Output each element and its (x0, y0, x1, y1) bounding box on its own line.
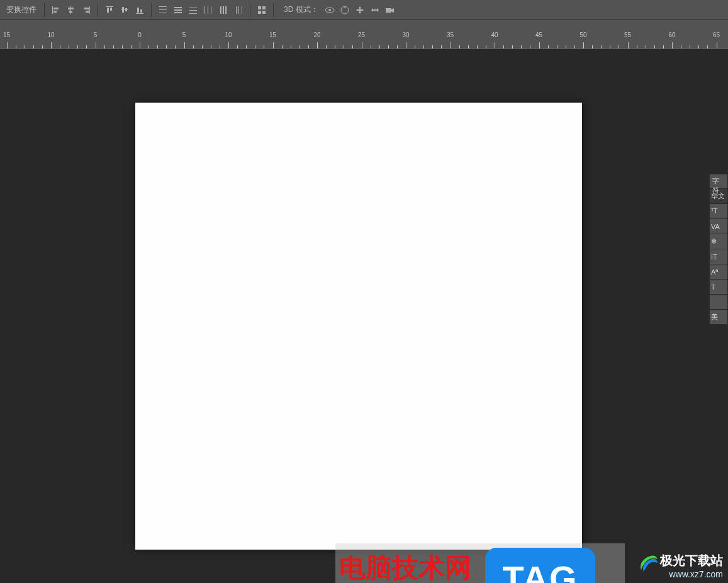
ruler-number: 15 (3, 31, 10, 38)
svg-rect-5 (69, 11, 72, 13)
svg-rect-34 (238, 6, 239, 14)
align-horizontal-centers-icon[interactable] (64, 3, 79, 18)
ruler-tick-minor (637, 45, 637, 48)
ruler-tick-minor (707, 45, 708, 48)
scale-field[interactable]: ✻ (710, 234, 727, 249)
ruler-tick-minor (530, 45, 530, 48)
language-field[interactable]: 美 (710, 309, 727, 324)
distribute-vertical-centers-icon[interactable] (171, 3, 186, 18)
ruler-tick-minor (566, 45, 566, 48)
character-panel[interactable]: 字符 华文 ᵀT VA ✻ IT Aª T 美 (709, 174, 728, 325)
distribute-horizontal-centers-icon[interactable] (216, 3, 231, 18)
svg-rect-10 (107, 8, 109, 13)
ruler-tick-minor (113, 45, 114, 48)
3d-pan-icon[interactable] (352, 3, 367, 18)
auto-align-icon[interactable] (254, 3, 269, 18)
watermark-tag-badge: TAG (485, 548, 595, 583)
svg-rect-17 (140, 9, 142, 13)
ruler-tick-minor (211, 45, 211, 48)
svg-rect-22 (174, 9, 182, 11)
ruler-tick-major (583, 42, 584, 48)
3d-slide-icon[interactable] (367, 3, 383, 18)
3d-orbit-icon[interactable] (322, 3, 337, 18)
canvas[interactable] (135, 103, 582, 550)
align-top-edges-icon[interactable] (102, 3, 117, 18)
svg-rect-25 (189, 10, 197, 11)
ruler-tick-minor (654, 45, 655, 48)
baseline-icon: Aª (711, 268, 719, 276)
separator (273, 3, 274, 17)
ruler-tick-major (495, 42, 495, 48)
style-field[interactable] (710, 294, 727, 309)
ruler-tick-minor (237, 45, 238, 48)
corner-watermark-text: 极光下载站 (660, 552, 723, 569)
distribute-right-icon[interactable] (231, 3, 246, 18)
watermark-bar: 电脑技术网 www.tagxp.com TAG (335, 543, 625, 583)
ruler-tick-major (406, 42, 406, 48)
svg-rect-37 (262, 6, 266, 9)
ruler-tick-minor (371, 45, 371, 48)
ruler-tick-minor (131, 45, 132, 48)
separator (151, 3, 152, 17)
3d-roll-icon[interactable] (337, 3, 352, 18)
svg-rect-7 (84, 8, 89, 9)
ruler-tick-minor (122, 45, 123, 48)
ruler-tick-major (362, 42, 362, 48)
ruler-tick-minor (60, 45, 60, 48)
font-size-field[interactable]: ᵀT (710, 203, 727, 218)
svg-rect-39 (262, 11, 266, 14)
ruler-number: 30 (402, 31, 409, 38)
ruler-tick-minor (255, 45, 255, 48)
svg-rect-14 (125, 8, 127, 11)
ruler-number: 10 (225, 31, 232, 38)
ruler-number: 20 (313, 31, 320, 38)
corner-logo-icon (637, 552, 660, 574)
color-field[interactable]: T (710, 279, 727, 294)
ruler-tick-minor (202, 45, 203, 48)
align-bottom-edges-icon[interactable] (132, 3, 147, 18)
ruler-tick-minor (619, 45, 619, 48)
svg-rect-15 (136, 13, 143, 14)
horizontal-ruler[interactable]: 1510505101520253035404550556065 (0, 30, 728, 49)
watermark-tag-text: TAG (502, 558, 578, 584)
vertical-scale-field[interactable]: IT (710, 249, 727, 264)
ruler-tick-major (273, 42, 274, 48)
ruler-tick-minor (69, 45, 69, 48)
align-left-edges-icon[interactable] (48, 3, 64, 18)
ruler-number: 25 (358, 31, 365, 38)
ruler-number: 5 (182, 31, 186, 38)
options-toolbar: 变换控件 3D 模式： (0, 0, 728, 20)
svg-rect-24 (189, 8, 197, 8)
svg-rect-0 (52, 6, 53, 14)
watermark-text-block: 电脑技术网 www.tagxp.com (335, 555, 471, 584)
distribute-top-icon[interactable] (155, 3, 171, 18)
svg-point-41 (328, 9, 331, 11)
svg-rect-6 (89, 6, 90, 14)
distribute-left-icon[interactable] (201, 3, 216, 18)
3d-camera-icon[interactable] (383, 3, 398, 18)
ruler-tick-minor (282, 45, 283, 48)
svg-rect-4 (68, 8, 74, 9)
workspace-area: 字符 华文 ᵀT VA ✻ IT Aª T 美 电脑技术网 www.tagxp.… (0, 49, 728, 583)
kerning-field[interactable]: VA (710, 218, 727, 234)
ruler-tick-minor (690, 45, 690, 48)
ruler-number: 55 (624, 31, 631, 38)
ruler-tick-major (672, 42, 673, 48)
ruler-number: 60 (668, 31, 675, 38)
ruler-tick-minor (104, 45, 105, 48)
ruler-tick-minor (220, 45, 220, 48)
ruler-tick-minor (477, 45, 478, 48)
baseline-field[interactable]: Aª (710, 264, 727, 279)
align-vertical-centers-icon[interactable] (117, 3, 132, 18)
character-tab[interactable]: 字符 (710, 174, 727, 188)
ruler-number: 40 (491, 31, 498, 38)
separator (98, 3, 98, 17)
align-right-edges-icon[interactable] (79, 3, 94, 18)
ruler-tick-major (539, 42, 540, 48)
ruler-number: 65 (713, 31, 720, 38)
distribute-bottom-icon[interactable] (186, 3, 201, 18)
svg-rect-21 (174, 7, 182, 8)
ruler-tick-major (51, 42, 52, 48)
kerning-icon: VA (711, 223, 721, 230)
ruler-tick-minor (16, 45, 16, 48)
